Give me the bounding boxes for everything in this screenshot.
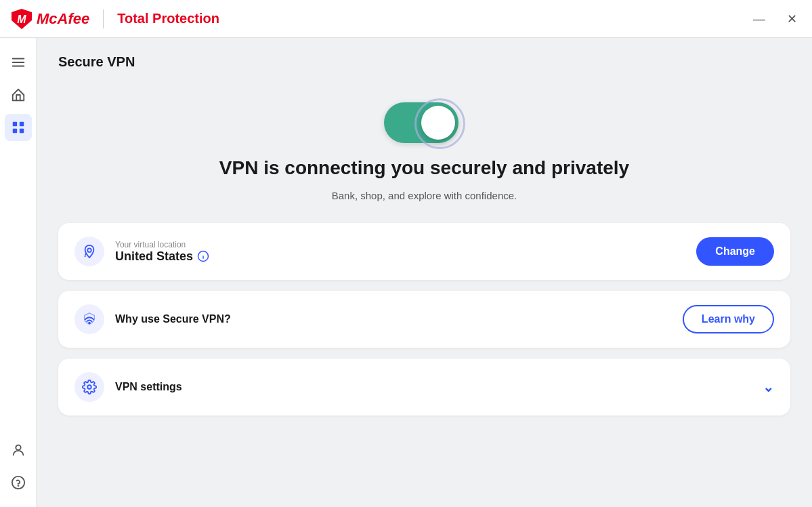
svg-rect-5 (12, 122, 16, 126)
vpn-hero: VPN is connecting you securely and priva… (58, 86, 790, 212)
settings-gear-icon (82, 380, 97, 394)
svg-point-10 (12, 476, 24, 489)
vpn-status-sub: Bank, shop, and explore with confidence. (332, 190, 517, 201)
why-vpn-card-left: Why use Secure VPN? (74, 304, 231, 334)
location-info: Your virtual location United States (115, 240, 209, 264)
chevron-down-icon: ⌄ (763, 379, 774, 395)
location-label: Your virtual location (115, 240, 209, 249)
sidebar (0, 38, 37, 507)
svg-rect-8 (19, 129, 23, 133)
titlebar-left: M McAfee Total Protection (11, 8, 219, 30)
svg-point-12 (87, 248, 91, 252)
svg-rect-7 (12, 129, 16, 133)
vpn-toggle[interactable] (384, 102, 465, 146)
location-icon (82, 244, 97, 259)
change-button[interactable]: Change (696, 237, 774, 266)
svg-point-11 (18, 485, 18, 486)
content-area: Secure VPN VPN is connecting you securel… (37, 38, 812, 507)
sidebar-menu-icon[interactable] (5, 49, 32, 76)
titlebar: M McAfee Total Protection — ✕ (0, 0, 812, 38)
sidebar-user-icon[interactable] (5, 437, 32, 464)
location-card: Your virtual location United States Chan… (58, 223, 790, 280)
svg-rect-6 (19, 122, 23, 126)
svg-point-17 (87, 385, 91, 389)
mcafee-shield-icon: M (11, 8, 33, 30)
main-layout: Secure VPN VPN is connecting you securel… (0, 38, 812, 507)
svg-text:M: M (17, 14, 26, 25)
wifi-shield-icon-wrap (74, 304, 104, 334)
vpn-status-main: VPN is connecting you securely and priva… (219, 157, 629, 179)
toggle-track[interactable] (384, 102, 458, 143)
titlebar-divider (103, 9, 104, 28)
wifi-shield-icon (82, 312, 97, 327)
sidebar-help-icon[interactable] (5, 469, 32, 496)
minimize-button[interactable]: — (749, 12, 769, 26)
toggle-knob (421, 106, 455, 140)
location-card-left: Your virtual location United States (74, 237, 209, 266)
vpn-settings-card[interactable]: VPN settings ⌄ (58, 359, 790, 415)
why-vpn-card: Why use Secure VPN? Learn why (58, 291, 790, 348)
vpn-settings-label: VPN settings (115, 381, 182, 393)
page-title: Secure VPN (58, 54, 790, 70)
learn-why-button[interactable]: Learn why (683, 305, 774, 333)
close-button[interactable]: ✕ (783, 12, 801, 26)
sidebar-bottom (5, 437, 32, 496)
sidebar-home-icon[interactable] (5, 81, 32, 108)
location-icon-wrap (74, 237, 104, 266)
why-vpn-label: Why use Secure VPN? (115, 313, 231, 325)
app-title: Total Protection (117, 11, 219, 26)
location-value: United States (115, 249, 209, 264)
svg-point-9 (16, 445, 20, 450)
svg-point-16 (89, 323, 90, 324)
vpn-settings-card-left: VPN settings (74, 372, 182, 402)
mcafee-logo: M McAfee (11, 8, 89, 30)
sidebar-apps-icon[interactable] (5, 114, 32, 141)
info-icon[interactable] (197, 250, 209, 262)
mcafee-logo-text: McAfee (37, 10, 89, 28)
settings-icon-wrap (74, 372, 104, 402)
titlebar-controls: — ✕ (749, 12, 801, 26)
